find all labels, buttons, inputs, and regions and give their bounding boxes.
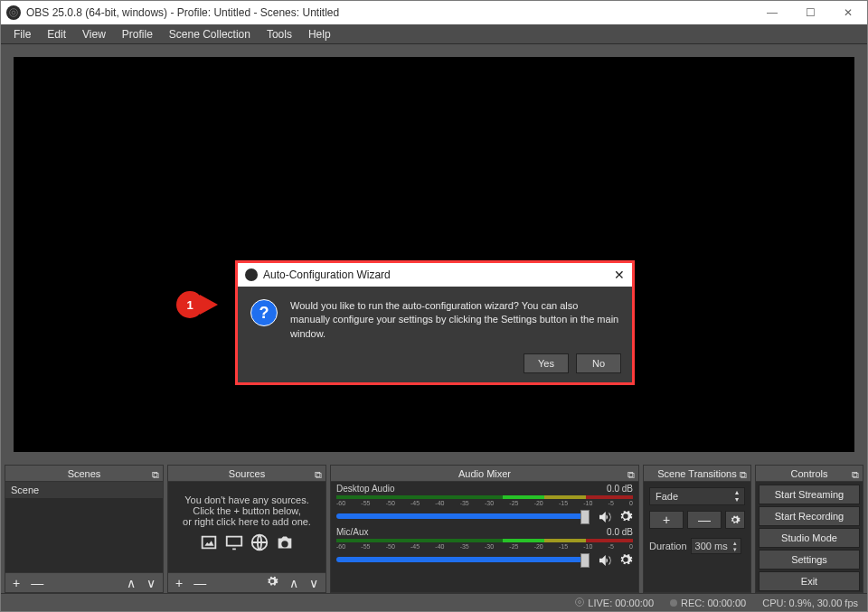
transition-gear-button[interactable] [725, 511, 745, 529]
spinner-arrows-icon: ▴▾ [733, 540, 737, 552]
status-bar: LIVE: 00:00:00 REC: 00:00:00 CPU: 0.9%, … [1, 593, 867, 611]
sources-empty-state[interactable]: You don't have any sources. Click the + … [168, 482, 326, 572]
scenes-panel: Scenes ⧉ Scene + — ∧ ∨ [5, 465, 164, 593]
scene-item[interactable]: Scene [5, 482, 163, 498]
transitions-panel: Scene Transitions ⧉ Fade ▴▾ + — Duration… [643, 465, 751, 593]
obs-logo-icon [245, 268, 258, 281]
status-rec: REC: 00:00:00 [670, 598, 746, 608]
live-icon [575, 598, 584, 607]
sources-empty-text-2: Click the + button below, [177, 505, 316, 516]
tearoff-icon[interactable]: ⧉ [315, 466, 322, 483]
globe-source-icon [250, 532, 269, 554]
scene-remove-button[interactable]: — [27, 576, 47, 590]
menu-scene-collection[interactable]: Scene Collection [162, 26, 258, 42]
track-db: 0.0 dB [607, 527, 633, 537]
controls-panel: Controls ⧉ Start Streaming Start Recordi… [755, 465, 863, 593]
audio-track-desktop: Desktop Audio0.0 dB -60-55-50-45-40-35-3… [336, 484, 633, 523]
volume-slider[interactable] [336, 557, 590, 562]
db-ticks: -60-55-50-45-40-35-30-25-20-15-10-50 [336, 500, 633, 509]
scene-move-up-button[interactable]: ∧ [123, 576, 139, 590]
dialog-yes-button[interactable]: Yes [524, 353, 569, 373]
transition-add-button[interactable]: + [649, 511, 684, 529]
dialog-message: Would you like to run the auto-configura… [290, 299, 619, 341]
menu-file[interactable]: File [6, 26, 38, 42]
source-add-button[interactable]: + [172, 576, 186, 590]
mixer-header: Audio Mixer ⧉ [331, 466, 638, 482]
question-mark-icon: ? [250, 299, 278, 326]
image-source-icon [199, 532, 219, 554]
duration-label: Duration [649, 541, 687, 551]
window-title: OBS 25.0.8 (64-bit, windows) - Profile: … [26, 6, 339, 19]
display-source-icon [224, 532, 244, 554]
exit-button[interactable]: Exit [759, 571, 860, 591]
menu-tools[interactable]: Tools [259, 26, 299, 42]
minimize-button[interactable]: — [753, 1, 791, 24]
scenes-header: Scenes ⧉ [5, 466, 163, 482]
camera-source-icon [275, 532, 295, 554]
sources-panel: Sources ⧉ You don't have any sources. Cl… [167, 465, 326, 593]
dropdown-spinner-icon: ▴▾ [735, 489, 739, 504]
bottom-panels: Scenes ⧉ Scene + — ∧ ∨ Sources ⧉ You don… [1, 465, 867, 593]
transition-select[interactable]: Fade ▴▾ [649, 487, 745, 505]
source-move-up-button[interactable]: ∧ [286, 576, 302, 590]
source-remove-button[interactable]: — [190, 576, 210, 590]
level-meter [336, 539, 633, 542]
dialog-title-text: Auto-Configuration Wizard [263, 268, 391, 281]
menu-profile[interactable]: Profile [115, 26, 160, 42]
tearoff-icon[interactable]: ⧉ [852, 466, 859, 483]
rec-icon [670, 599, 677, 607]
central-area [1, 44, 867, 465]
transition-remove-button[interactable]: — [687, 511, 722, 529]
gear-icon[interactable] [618, 552, 633, 567]
level-meter [336, 495, 633, 499]
maximize-button[interactable]: ☐ [791, 1, 829, 24]
close-button[interactable]: ✕ [829, 1, 867, 24]
preview-canvas[interactable] [14, 57, 854, 452]
annotation-callout-1: 1 [176, 291, 227, 318]
dialog-titlebar: Auto-Configuration Wizard ✕ [238, 263, 632, 287]
dialog-no-button[interactable]: No [576, 353, 621, 373]
obs-logo-icon [6, 5, 21, 20]
controls-header: Controls ⧉ [756, 466, 863, 482]
svg-point-0 [10, 9, 18, 17]
sources-empty-text-1: You don't have any sources. [177, 494, 316, 505]
menu-help[interactable]: Help [301, 26, 338, 42]
audio-mixer-panel: Audio Mixer ⧉ Desktop Audio0.0 dB -60-55… [330, 465, 639, 593]
status-cpu: CPU: 0.9%, 30.00 fps [762, 598, 858, 608]
audio-track-mic: Mic/Aux0.0 dB -60-55-50-45-40-35-30-25-2… [336, 527, 633, 567]
tearoff-icon[interactable]: ⧉ [627, 466, 635, 483]
menubar: File Edit View Profile Scene Collection … [1, 24, 867, 44]
track-name: Desktop Audio [336, 484, 395, 494]
scene-move-down-button[interactable]: ∨ [143, 576, 159, 590]
gear-icon[interactable] [618, 509, 633, 523]
auto-config-wizard-dialog: Auto-Configuration Wizard ✕ ? Would you … [235, 260, 635, 385]
menu-view[interactable]: View [75, 26, 113, 42]
settings-button[interactable]: Settings [759, 550, 860, 570]
speaker-icon[interactable] [597, 552, 611, 567]
speaker-icon[interactable] [597, 509, 611, 523]
tearoff-icon[interactable]: ⧉ [740, 466, 747, 483]
source-gear-button[interactable] [262, 575, 282, 590]
duration-spinner[interactable]: 300 ms ▴▾ [691, 538, 741, 554]
source-move-down-button[interactable]: ∨ [306, 576, 322, 590]
transitions-header: Scene Transitions ⧉ [644, 466, 750, 482]
track-name: Mic/Aux [336, 527, 369, 537]
start-streaming-button[interactable]: Start Streaming [759, 485, 860, 504]
start-recording-button[interactable]: Start Recording [759, 506, 860, 526]
status-live: LIVE: 00:00:00 [575, 598, 654, 608]
studio-mode-button[interactable]: Studio Mode [759, 528, 860, 548]
track-db: 0.0 dB [607, 484, 633, 494]
volume-slider[interactable] [336, 513, 590, 519]
menu-edit[interactable]: Edit [40, 26, 73, 42]
scene-add-button[interactable]: + [9, 576, 24, 590]
tearoff-icon[interactable]: ⧉ [152, 466, 159, 483]
sources-header: Sources ⧉ [168, 466, 326, 482]
sources-empty-text-3: or right click here to add one. [177, 516, 316, 527]
db-ticks: -60-55-50-45-40-35-30-25-20-15-10-50 [336, 543, 633, 552]
dialog-close-button[interactable]: ✕ [614, 268, 625, 282]
titlebar: OBS 25.0.8 (64-bit, windows) - Profile: … [1, 1, 867, 24]
